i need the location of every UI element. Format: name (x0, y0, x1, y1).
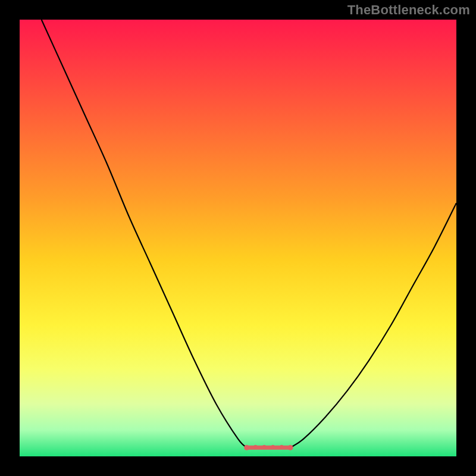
plot-background (20, 20, 456, 456)
svg-point-4 (262, 445, 266, 449)
chart-svg (0, 0, 476, 476)
svg-point-6 (280, 445, 283, 449)
svg-point-2 (288, 445, 293, 450)
svg-point-5 (271, 445, 275, 449)
svg-point-1 (244, 445, 249, 450)
watermark-text: TheBottleneck.com (347, 2, 470, 18)
basin-marker (244, 445, 293, 450)
chart-frame: TheBottleneck.com (0, 0, 476, 476)
svg-point-3 (253, 445, 257, 449)
